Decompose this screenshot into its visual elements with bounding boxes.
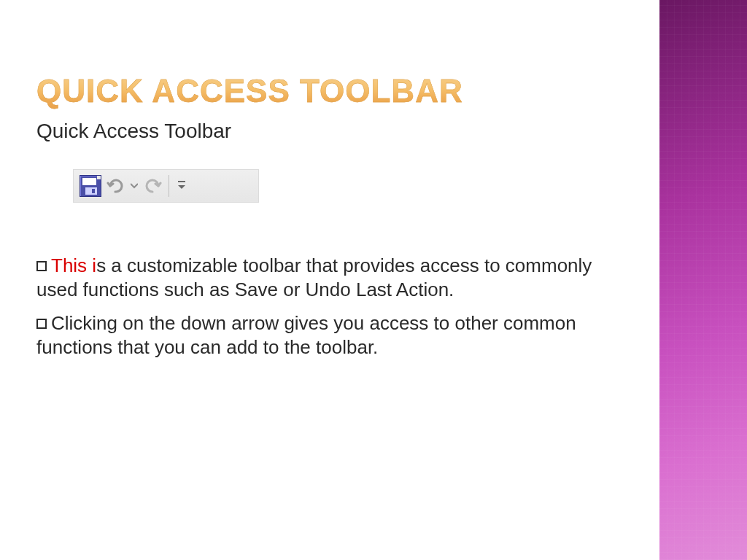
side-accent-bar (659, 0, 747, 560)
slide-title: QUICK ACCESS TOOLBAR (36, 73, 627, 109)
undo-button[interactable] (103, 174, 128, 198)
redo-icon (144, 177, 163, 195)
bullet-2-text: Clicking on the down arrow gives you acc… (36, 312, 576, 358)
svg-rect-0 (178, 181, 185, 182)
redo-button[interactable] (141, 174, 166, 198)
bullet-square-icon (36, 319, 47, 329)
bullet-1-text: s a customizable toolbar that provides a… (36, 254, 592, 300)
slide-subtitle: Quick Access Toolbar (36, 120, 627, 143)
customize-qat-icon (177, 179, 187, 192)
bullet-square-icon (36, 261, 47, 271)
body-text: This is a customizable toolbar that prov… (36, 254, 627, 359)
bullet-2: Clicking on the down arrow gives you acc… (36, 311, 627, 359)
bullet-1: This is a customizable toolbar that prov… (36, 254, 627, 301)
toolbar-separator (169, 175, 169, 197)
bullet-1-highlight: This i (51, 254, 96, 276)
save-button[interactable] (78, 174, 103, 198)
save-icon (80, 175, 101, 197)
slide-content: QUICK ACCESS TOOLBAR Quick Access Toolba… (0, 0, 657, 560)
undo-icon (106, 178, 125, 194)
chevron-down-icon (131, 183, 138, 189)
customize-qat-button[interactable] (172, 174, 191, 198)
slide: QUICK ACCESS TOOLBAR Quick Access Toolba… (0, 0, 747, 560)
undo-menu-button[interactable] (128, 183, 141, 189)
quick-access-toolbar (73, 169, 259, 203)
